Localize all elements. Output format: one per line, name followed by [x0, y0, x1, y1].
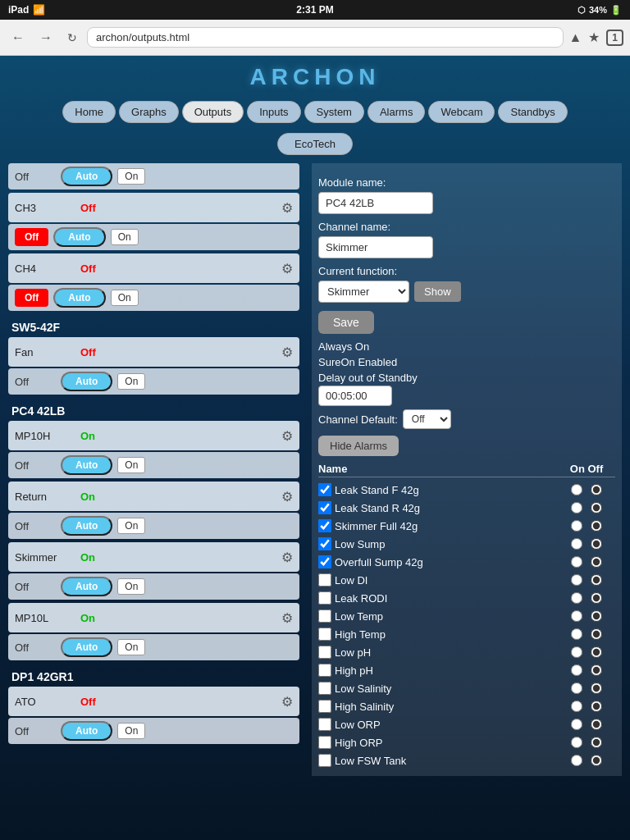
tab-webcam[interactable]: Webcam	[428, 101, 495, 123]
alarm-radio-off-2[interactable]	[591, 520, 602, 532]
alarm-check-10[interactable]	[318, 664, 331, 677]
toggle-auto-1[interactable]: Auto	[61, 167, 112, 186]
mp10l-on-button[interactable]: On	[117, 639, 145, 655]
ch4-auto-button[interactable]: Auto	[53, 288, 105, 308]
alarm-radio-off-10[interactable]	[591, 664, 602, 676]
alarm-radio-on-12[interactable]	[571, 701, 582, 712]
ato-gear-icon[interactable]: ⚙	[281, 694, 293, 710]
function-select[interactable]: Skimmer Return Pump Fan Light Other	[318, 281, 409, 303]
alarm-radio-on-15[interactable]	[571, 755, 582, 766]
alarm-check-15[interactable]	[318, 754, 331, 767]
alarm-check-2[interactable]	[318, 519, 331, 532]
tab-system[interactable]: System	[304, 101, 364, 123]
ch3-auto-button[interactable]: Auto	[53, 227, 105, 247]
tab-inputs[interactable]: Inputs	[247, 101, 300, 123]
save-button[interactable]: Save	[318, 311, 374, 334]
return-on-button[interactable]: On	[117, 518, 145, 534]
alarm-radio-off-6[interactable]	[591, 592, 602, 604]
alarm-radio-on-4[interactable]	[571, 556, 582, 568]
ch4-gear-icon[interactable]: ⚙	[281, 261, 293, 276]
module-name-input[interactable]	[318, 192, 433, 214]
tab-alarms[interactable]: Alarms	[368, 101, 425, 123]
bookmark-icon[interactable]: ★	[588, 30, 600, 45]
alarm-check-0[interactable]	[318, 483, 331, 496]
alarm-check-7[interactable]	[318, 609, 331, 623]
alarm-radio-on-13[interactable]	[571, 719, 582, 730]
alarm-check-11[interactable]	[318, 682, 331, 695]
ch3-gear-icon[interactable]: ⚙	[281, 200, 293, 216]
tab-graphs[interactable]: Graphs	[119, 101, 179, 123]
alarm-check-5[interactable]	[318, 573, 331, 587]
alarm-radio-off-13[interactable]	[591, 719, 602, 730]
mp10h-on-button[interactable]: On	[117, 457, 145, 473]
ato-auto-button[interactable]: Auto	[61, 721, 112, 741]
alarm-radio-on-11[interactable]	[571, 682, 582, 694]
alarm-radio-on-2[interactable]	[571, 520, 582, 532]
tab-standbys[interactable]: Standbys	[498, 101, 567, 123]
ch3-on-button[interactable]: On	[111, 229, 139, 245]
tab-home[interactable]: Home	[62, 101, 116, 123]
skimmer-on-button[interactable]: On	[117, 578, 145, 595]
hide-alarms-button[interactable]: Hide Alarms	[318, 436, 399, 456]
skimmer-gear-icon[interactable]: ⚙	[281, 550, 293, 565]
ch4-on-button[interactable]: On	[111, 290, 139, 306]
return-auto-button[interactable]: Auto	[61, 516, 112, 536]
tab-outputs[interactable]: Outputs	[182, 101, 244, 123]
alarm-check-14[interactable]	[318, 736, 331, 749]
alarm-check-8[interactable]	[318, 628, 331, 641]
channel-name-input[interactable]	[318, 236, 433, 258]
delay-input[interactable]	[318, 386, 392, 406]
alarm-check-6[interactable]	[318, 591, 331, 605]
ch4-off-red-button[interactable]: Off	[15, 289, 48, 307]
show-button[interactable]: Show	[414, 281, 461, 302]
alarm-radio-off-7[interactable]	[591, 610, 602, 622]
mp10h-gear-icon[interactable]: ⚙	[281, 428, 293, 444]
ch3-off-red-button[interactable]: Off	[15, 228, 48, 246]
alarm-radio-on-7[interactable]	[571, 610, 582, 622]
skimmer-auto-button[interactable]: Auto	[61, 577, 112, 596]
ecotech-tab[interactable]: EcoTech	[277, 133, 353, 155]
alarm-radio-on-0[interactable]	[571, 484, 582, 495]
return-gear-icon[interactable]: ⚙	[281, 489, 293, 504]
refresh-button[interactable]: ↻	[62, 28, 82, 48]
alarm-radio-off-11[interactable]	[591, 682, 602, 694]
channel-default-select[interactable]: Off On Auto	[403, 409, 451, 429]
alarm-radio-on-3[interactable]	[571, 538, 582, 550]
alarm-radio-off-3[interactable]	[591, 538, 602, 550]
alarm-radio-on-14[interactable]	[571, 737, 582, 748]
alarm-radio-on-9[interactable]	[571, 646, 582, 658]
alarm-radio-off-0[interactable]	[591, 484, 602, 495]
mp10l-gear-icon[interactable]: ⚙	[281, 610, 293, 626]
alarm-radio-off-8[interactable]	[591, 628, 602, 640]
alarm-check-1[interactable]	[318, 501, 331, 514]
share-icon[interactable]: ▲	[568, 30, 582, 45]
alarm-radio-on-10[interactable]	[571, 664, 582, 676]
alarm-radio-off-5[interactable]	[591, 574, 602, 586]
alarm-radio-on-5[interactable]	[571, 574, 582, 586]
alarm-radio-on-1[interactable]	[571, 502, 582, 514]
alarm-radio-on-8[interactable]	[571, 628, 582, 640]
mp10l-auto-button[interactable]: Auto	[61, 637, 112, 657]
mp10h-auto-button[interactable]: Auto	[61, 455, 112, 475]
alarm-check-9[interactable]	[318, 646, 331, 659]
forward-button[interactable]: →	[34, 27, 57, 48]
fan-gear-icon[interactable]: ⚙	[281, 345, 293, 360]
alarm-radio-off-15[interactable]	[591, 755, 602, 766]
alarm-radio-off-12[interactable]	[591, 701, 602, 712]
alarm-radio-off-1[interactable]	[591, 502, 602, 514]
alarm-radio-off-4[interactable]	[591, 556, 602, 568]
fan-on-button[interactable]: On	[117, 373, 145, 390]
alarm-check-4[interactable]	[318, 555, 331, 568]
alarm-check-3[interactable]	[318, 537, 331, 550]
alarm-radio-off-14[interactable]	[591, 737, 602, 748]
tab-count[interactable]: 1	[606, 30, 623, 46]
back-button[interactable]: ←	[7, 27, 30, 48]
alarm-radio-on-6[interactable]	[571, 592, 582, 604]
alarm-check-12[interactable]	[318, 700, 331, 713]
alarm-radio-off-9[interactable]	[591, 646, 602, 658]
fan-auto-button[interactable]: Auto	[61, 372, 112, 391]
ato-on-button[interactable]: On	[117, 723, 145, 739]
toggle-on-1[interactable]: On	[117, 168, 145, 185]
url-input[interactable]	[87, 27, 564, 48]
alarm-check-13[interactable]	[318, 718, 331, 731]
